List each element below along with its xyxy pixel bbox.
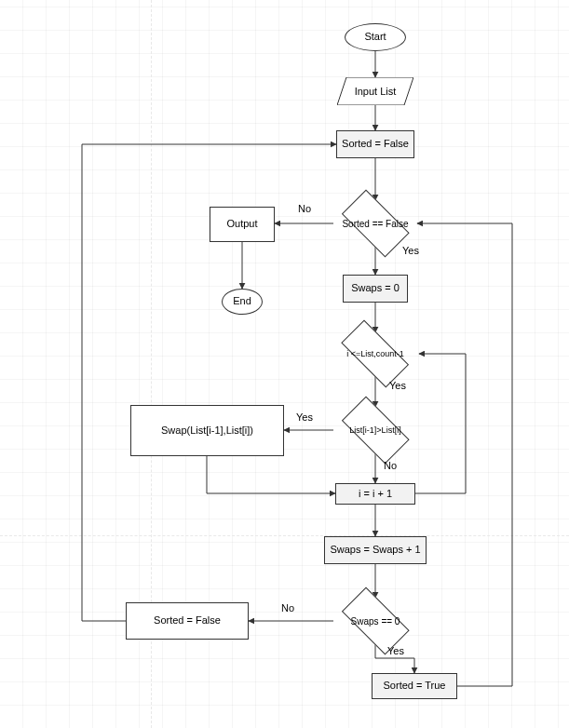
node-compare: List[i-1]>List[i]	[333, 407, 417, 453]
node-start: Start	[345, 23, 406, 51]
edge-check-swaps-yes: Yes	[387, 645, 404, 656]
node-swap: Swap(List[i-1],List[i])	[130, 405, 284, 456]
node-compare-label: List[i-1]>List[i]	[333, 407, 417, 453]
node-check-sorted-label: Sorted == False	[333, 200, 417, 247]
node-start-label: Start	[364, 31, 386, 43]
node-init-swaps: Swaps = 0	[343, 275, 408, 303]
edge-compare-no: No	[384, 460, 397, 471]
node-check-sorted: Sorted == False	[333, 200, 417, 247]
node-inc-i-label: i = i + 1	[359, 488, 392, 500]
node-inc-swaps: Swaps = Swaps + 1	[324, 536, 427, 564]
edge-check-i-yes: Yes	[389, 380, 406, 391]
node-check-swaps-label: Swaps == 0	[333, 598, 417, 644]
node-swap-label: Swap(List[i-1],List[i])	[161, 425, 253, 437]
node-end: End	[222, 289, 263, 315]
node-check-swaps: Swaps == 0	[333, 598, 417, 644]
edge-check-swaps-no: No	[281, 602, 294, 613]
node-output: Output	[210, 207, 275, 242]
edge-check-sorted-no: No	[298, 203, 311, 214]
node-input-label: Input List	[337, 77, 413, 105]
node-set-true: Sorted = True	[372, 673, 457, 699]
node-check-i-label: i <=List,count-1	[332, 332, 419, 375]
node-inc-swaps-label: Swaps = Swaps + 1	[330, 544, 420, 556]
node-output-label: Output	[226, 218, 257, 230]
node-set-true-label: Sorted = True	[384, 680, 446, 692]
edge-compare-yes: Yes	[296, 411, 313, 423]
node-input: Input List	[337, 77, 413, 105]
node-init-sorted: Sorted = False	[336, 130, 414, 158]
flowchart-edges	[0, 0, 569, 728]
node-init-sorted-label: Sorted = False	[342, 138, 409, 150]
node-end-label: End	[233, 295, 251, 307]
node-inc-i: i = i + 1	[335, 483, 415, 505]
node-set-false: Sorted = False	[126, 602, 249, 640]
node-init-swaps-label: Swaps = 0	[351, 282, 400, 294]
node-set-false-label: Sorted = False	[154, 614, 221, 627]
node-check-i: i <=List,count-1	[332, 332, 419, 375]
edge-check-sorted-yes: Yes	[402, 245, 419, 256]
